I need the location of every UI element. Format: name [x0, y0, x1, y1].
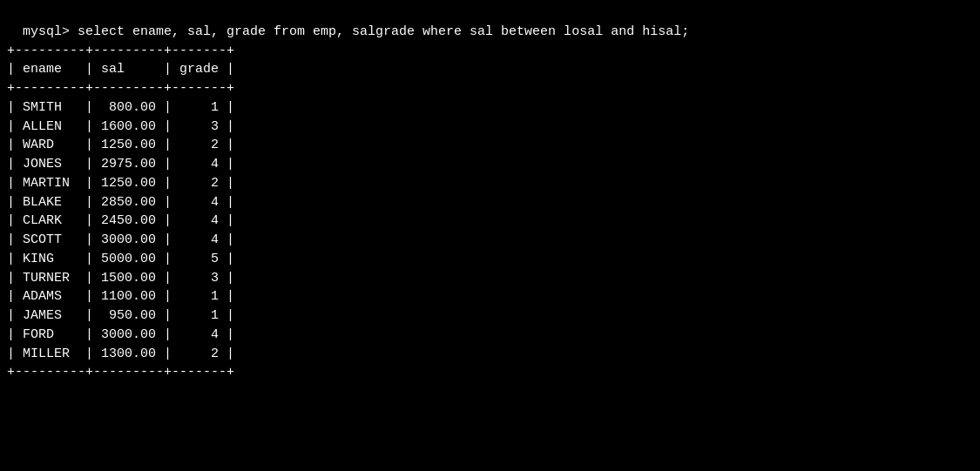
row-2: | WARD | 1250.00 | 2 | [7, 138, 234, 152]
row-0: | SMITH | 800.00 | 1 | [7, 100, 234, 115]
row-10: | ADAMS | 1100.00 | 1 | [7, 289, 234, 304]
row-7: | SCOTT | 3000.00 | 4 | [7, 232, 234, 247]
separator-top: +---------+---------+-------+ [7, 44, 234, 58]
separator-bottom: +---------+---------+-------+ [7, 365, 234, 380]
row-4: | MARTIN | 1250.00 | 2 | [7, 176, 234, 191]
separator-mid: +---------+---------+-------+ [7, 81, 234, 96]
row-12: | FORD | 3000.00 | 4 | [7, 327, 234, 342]
table-header: | ename | sal | grade | [7, 62, 234, 77]
row-9: | TURNER | 1500.00 | 3 | [7, 271, 234, 286]
sql-command: select ename, sal, grade from emp, salgr… [70, 24, 689, 39]
row-8: | KING | 5000.00 | 5 | [7, 252, 234, 266]
row-6: | CLARK | 2450.00 | 4 | [7, 213, 234, 228]
mysql-prompt: mysql> [23, 24, 70, 39]
row-5: | BLAKE | 2850.00 | 4 | [7, 195, 234, 210]
row-1: | ALLEN | 1600.00 | 3 | [7, 119, 234, 134]
command-line: mysql> select ename, sal, grade from emp… [23, 24, 689, 39]
row-11: | JAMES | 950.00 | 1 | [7, 308, 234, 323]
row-13: | MILLER | 1300.00 | 2 | [7, 347, 234, 361]
row-3: | JONES | 2975.00 | 4 | [7, 157, 234, 172]
terminal-output: mysql> select ename, sal, grade from emp… [7, 3, 973, 382]
